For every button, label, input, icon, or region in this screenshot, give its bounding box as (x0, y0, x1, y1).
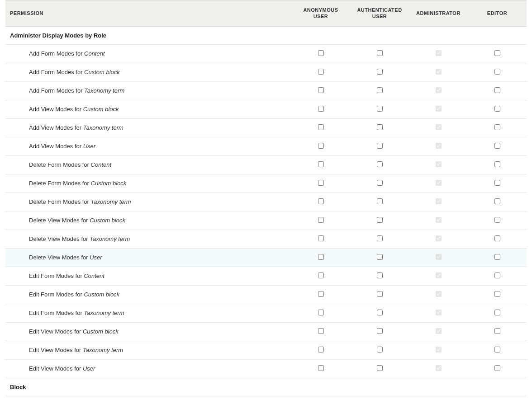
checkbox-editor[interactable] (494, 124, 500, 130)
checkbox-authenticated[interactable] (377, 365, 383, 371)
checkbox-authenticated[interactable] (377, 124, 383, 130)
checkbox-editor-cell (468, 100, 527, 118)
checkbox-anonymous[interactable] (318, 180, 324, 186)
checkbox-anonymous[interactable] (318, 143, 324, 149)
checkbox-administrator (436, 180, 442, 186)
permission-row: Add View Modes for Custom block (5, 100, 527, 118)
checkbox-anonymous-cell (291, 174, 350, 193)
checkbox-authenticated[interactable] (377, 106, 383, 112)
checkbox-editor-cell (468, 118, 527, 137)
checkbox-authenticated[interactable] (377, 143, 383, 149)
checkbox-editor[interactable] (494, 328, 500, 334)
checkbox-authenticated-cell (350, 248, 409, 267)
checkbox-anonymous-cell (291, 44, 350, 63)
checkbox-editor[interactable] (494, 272, 500, 278)
checkbox-editor-cell (468, 267, 527, 285)
checkbox-authenticated[interactable] (377, 198, 383, 204)
checkbox-editor-cell (468, 44, 527, 63)
permission-row: Delete View Modes for Custom block (5, 211, 527, 230)
checkbox-editor[interactable] (494, 143, 500, 149)
checkbox-anonymous[interactable] (318, 272, 324, 278)
checkbox-authenticated[interactable] (377, 291, 383, 297)
checkbox-authenticated[interactable] (377, 254, 383, 260)
checkbox-anonymous[interactable] (318, 328, 324, 334)
checkbox-anonymous[interactable] (318, 310, 324, 315)
checkbox-authenticated[interactable] (377, 180, 383, 186)
permission-row: Delete View Modes for User (5, 248, 527, 267)
checkbox-authenticated-cell (350, 322, 409, 341)
checkbox-anonymous-cell (291, 359, 350, 378)
checkbox-anonymous[interactable] (318, 254, 324, 260)
checkbox-editor[interactable] (494, 87, 500, 93)
checkbox-authenticated-cell (350, 211, 409, 230)
checkbox-administrator (436, 328, 442, 334)
checkbox-anonymous[interactable] (318, 106, 324, 112)
permission-label: Edit View Modes for Taxonomy term (5, 341, 291, 359)
permission-row: Edit Form Modes for Content (5, 267, 527, 285)
checkbox-authenticated-cell (350, 341, 409, 359)
checkbox-anonymous[interactable] (318, 347, 324, 352)
checkbox-anonymous[interactable] (318, 161, 324, 167)
checkbox-anonymous-cell (291, 63, 350, 81)
permission-label-entity: Content (84, 272, 104, 279)
col-role-anonymous: ANONYMOUS USER (291, 0, 350, 27)
checkbox-anonymous[interactable] (318, 365, 324, 371)
checkbox-editor[interactable] (494, 365, 500, 371)
checkbox-authenticated[interactable] (377, 310, 383, 315)
checkbox-authenticated[interactable] (377, 50, 383, 56)
checkbox-anonymous-cell (291, 193, 350, 211)
checkbox-editor-cell (468, 230, 527, 248)
checkbox-anonymous-cell (291, 118, 350, 137)
checkbox-authenticated[interactable] (377, 328, 383, 334)
checkbox-anonymous[interactable] (318, 87, 324, 93)
checkbox-administrator-cell (409, 63, 468, 81)
checkbox-anonymous[interactable] (318, 50, 324, 56)
checkbox-authenticated[interactable] (377, 87, 383, 93)
checkbox-anonymous-cell (291, 304, 350, 322)
permission-label-entity: Custom block (84, 69, 120, 75)
checkbox-administrator (436, 347, 442, 352)
checkbox-anonymous[interactable] (318, 217, 324, 223)
checkbox-editor[interactable] (494, 254, 500, 260)
checkbox-authenticated[interactable] (377, 69, 383, 75)
checkbox-editor[interactable] (494, 69, 500, 75)
checkbox-anonymous[interactable] (318, 198, 324, 204)
checkbox-administrator (436, 124, 442, 130)
checkbox-administrator-cell (409, 100, 468, 118)
permission-section: Block (5, 378, 527, 396)
permission-label-prefix: Add View Modes for (29, 106, 83, 113)
checkbox-authenticated[interactable] (377, 272, 383, 278)
col-role-authenticated: AUTHENTICATED USER (350, 0, 409, 27)
permission-row: Delete Form Modes for Content (5, 155, 527, 174)
permission-label: Delete View Modes for Custom block (5, 211, 291, 230)
permission-label-entity: Taxonomy term (84, 310, 124, 316)
checkbox-authenticated-cell (350, 44, 409, 63)
checkbox-administrator (436, 254, 442, 260)
checkbox-anonymous[interactable] (318, 124, 324, 130)
checkbox-editor[interactable] (494, 50, 500, 56)
checkbox-authenticated[interactable] (377, 217, 383, 223)
checkbox-administrator (436, 310, 442, 315)
checkbox-anonymous[interactable] (318, 235, 324, 241)
checkbox-administrator-cell (409, 267, 468, 285)
checkbox-anonymous-cell (291, 100, 350, 118)
checkbox-editor[interactable] (494, 161, 500, 167)
checkbox-editor[interactable] (494, 347, 500, 352)
checkbox-editor[interactable] (494, 235, 500, 241)
checkbox-anonymous-cell (291, 248, 350, 267)
checkbox-administrator-cell (409, 322, 468, 341)
checkbox-authenticated[interactable] (377, 235, 383, 241)
checkbox-anonymous[interactable] (318, 291, 324, 297)
checkbox-editor[interactable] (494, 310, 500, 315)
checkbox-editor[interactable] (494, 180, 500, 186)
checkbox-editor[interactable] (494, 291, 500, 297)
checkbox-authenticated[interactable] (377, 347, 383, 352)
checkbox-authenticated-cell (350, 267, 409, 285)
checkbox-editor[interactable] (494, 198, 500, 204)
permission-row: Add View Modes for Taxonomy term (5, 118, 527, 137)
checkbox-editor[interactable] (494, 217, 500, 223)
checkbox-editor-cell (468, 137, 527, 155)
checkbox-authenticated[interactable] (377, 161, 383, 167)
checkbox-editor[interactable] (494, 106, 500, 112)
checkbox-anonymous[interactable] (318, 69, 324, 75)
